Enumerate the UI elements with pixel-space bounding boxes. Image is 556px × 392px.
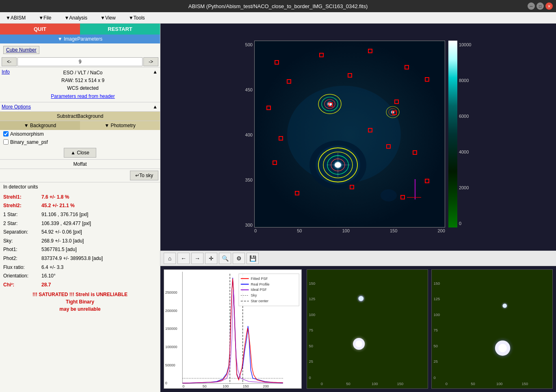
bottom-panels: 0 50000 100000 150000 200000 250000 0 50… <box>160 266 556 392</box>
home-button[interactable]: ⌂ <box>164 253 176 264</box>
warning3-text: may be unreliable <box>0 305 160 313</box>
flux-ratio-row: Flux ratio: 6.4 +/- 3.3 <box>3 263 157 272</box>
binary-same-psf-row: Binary_same_psf <box>0 138 160 146</box>
nav-prev-button[interactable]: <- <box>2 57 17 66</box>
profile-svg: 0 50000 100000 150000 200000 250000 0 50… <box>164 270 301 388</box>
svg-text:150: 150 <box>243 384 249 388</box>
svg-text:50: 50 <box>346 382 350 386</box>
close-button-panel[interactable]: ▲ Close <box>64 148 96 158</box>
astronomy-image <box>254 41 445 227</box>
more-options-label[interactable]: More Options <box>2 104 31 110</box>
more-options-arrow[interactable]: ▲ <box>152 103 158 110</box>
top-buttons: QUIT RESTART <box>0 24 160 35</box>
svg-text:75: 75 <box>309 328 313 332</box>
strehl2-row: Strehl2: 45.2 +/- 21.1 % <box>3 201 157 210</box>
to-sky-section: ↵To sky <box>0 169 160 182</box>
star2-panel: 0 25 50 75 100 125 150 0 50 100 150 <box>431 269 553 389</box>
info-label[interactable]: Info <box>2 68 14 75</box>
close-button[interactable]: ✕ <box>545 2 553 10</box>
save-button[interactable]: 💾 <box>247 253 259 264</box>
strehl2-label: Strehl2: <box>3 201 40 210</box>
info-section: Info ESO / VLT / NaCo RAW: 512 x 514 x 9… <box>0 67 160 102</box>
menu-file[interactable]: ▼File <box>36 14 54 22</box>
profile-chart: 0 50000 100000 150000 200000 250000 0 50… <box>164 269 302 389</box>
move-button[interactable]: ✛ <box>205 253 217 264</box>
separation-value: 54.92 +/- 0.06 [pxl] <box>41 228 82 237</box>
title-bar: ABISM (Python/Abism_test/NACO_close_to_b… <box>0 0 556 12</box>
svg-text:150: 150 <box>309 282 316 286</box>
svg-text:Star center: Star center <box>251 299 269 303</box>
phot2-label: Phot2: <box>3 254 40 263</box>
back-button[interactable]: ← <box>177 253 190 264</box>
chi2-row: Chi²: 28.7 <box>3 281 157 290</box>
x-tick-50: 50 <box>297 228 302 233</box>
svg-text:100: 100 <box>309 313 316 317</box>
svg-point-76 <box>355 340 362 347</box>
image-parameters-header[interactable]: ▼ ImageParameters <box>0 35 160 43</box>
star1-value: 91.106 , 376.716 [pxl] <box>41 210 88 219</box>
strehl1-row: Strehl1: 7.6 +/- 1.8 % <box>3 193 157 202</box>
phot2-value: 837374.9 +/- 389953.8 [adu] <box>41 254 103 263</box>
phot1-value: 5367781.5 [adu] <box>41 245 77 254</box>
star2-svg: 0 25 50 75 100 125 150 0 50 100 150 <box>432 270 552 388</box>
chi2-value: 28.7 <box>41 281 51 290</box>
menu-analysis[interactable]: ▼Analysis <box>62 14 90 22</box>
svg-text:Fitted PSF: Fitted PSF <box>251 277 268 281</box>
stats-section: Strehl1: 7.6 +/- 1.8 % Strehl2: 45.2 +/-… <box>0 191 160 291</box>
svg-text:0: 0 <box>446 382 448 386</box>
star1-panel: 0 25 50 75 100 125 150 0 50 100 150 <box>307 269 428 389</box>
star2-label: 2 Star: <box>3 219 40 228</box>
more-options-bar: More Options ▲ <box>0 102 160 111</box>
svg-text:150: 150 <box>434 282 440 286</box>
menu-view[interactable]: ▼View <box>98 14 118 22</box>
sub-tabs: ▼ Background ▼ Photometry <box>0 121 160 130</box>
minimize-button[interactable]: ─ <box>528 2 535 10</box>
svg-text:100: 100 <box>496 382 503 386</box>
to-sky-button[interactable]: ↵To sky <box>130 171 158 180</box>
y-tick-350: 350 <box>245 178 253 182</box>
svg-text:50: 50 <box>309 344 313 348</box>
close-section: ▲ Close <box>0 146 160 159</box>
forward-button[interactable]: → <box>191 253 203 264</box>
tab-photometry[interactable]: ▼ Photometry <box>80 121 160 130</box>
orientation-row: Orientation: 16.10° <box>3 272 157 281</box>
phot1-label: Phot1: <box>3 245 40 254</box>
warning2-text: Tight Binary <box>0 298 160 305</box>
svg-text:Sky: Sky <box>251 293 257 297</box>
wcs-text: WCS detected <box>15 84 150 92</box>
sky-value: 268.9 +/- 13.0 [adu] <box>41 237 84 246</box>
menu-abism[interactable]: ▼ABISM <box>3 14 28 22</box>
menu-tools[interactable]: ▼Tools <box>126 14 147 22</box>
cube-number-label[interactable]: Cube Number <box>3 46 39 54</box>
cube-number-row: Cube Number <box>0 43 160 56</box>
svg-text:200: 200 <box>263 384 269 388</box>
x-tick-0: 0 <box>254 228 257 233</box>
substract-background: SubstractBackground <box>0 111 160 121</box>
restart-button[interactable]: RESTART <box>80 24 160 35</box>
svg-point-73 <box>359 296 364 301</box>
tab-background[interactable]: ▼ Background <box>0 121 80 130</box>
params-link[interactable]: Parameters read from header <box>15 93 150 100</box>
raw-size-text: RAW: 512 x 514 x 9 <box>15 77 150 84</box>
svg-text:100: 100 <box>223 384 229 388</box>
maximize-button[interactable]: □ <box>537 2 544 10</box>
sky-row: Sky: 268.9 +/- 13.0 [adu] <box>3 237 157 246</box>
svg-text:0: 0 <box>321 382 323 386</box>
quit-button[interactable]: QUIT <box>0 24 80 35</box>
in-detector-label: In detector units <box>0 182 160 191</box>
zoom-button[interactable]: 🔍 <box>219 253 231 264</box>
anisomorphism-checkbox[interactable] <box>3 131 9 136</box>
colorbar-gradient <box>448 41 457 227</box>
phot1-row: Phot1: 5367781.5 [adu] <box>3 245 157 254</box>
info-collapse-arrow[interactable]: ▲ <box>152 68 158 76</box>
nav-value-input[interactable] <box>17 57 143 66</box>
nav-next-button[interactable]: -> <box>143 57 158 66</box>
svg-text:100: 100 <box>434 313 440 317</box>
binary-same-psf-checkbox[interactable] <box>3 139 9 145</box>
settings-button[interactable]: ⚙ <box>233 253 245 264</box>
svg-text:125: 125 <box>434 297 440 301</box>
svg-text:0: 0 <box>165 381 167 385</box>
colorbar-4000: 4000 <box>459 149 472 154</box>
colorbar-6000: 6000 <box>459 114 472 119</box>
chi2-label: Chi²: <box>3 281 40 290</box>
